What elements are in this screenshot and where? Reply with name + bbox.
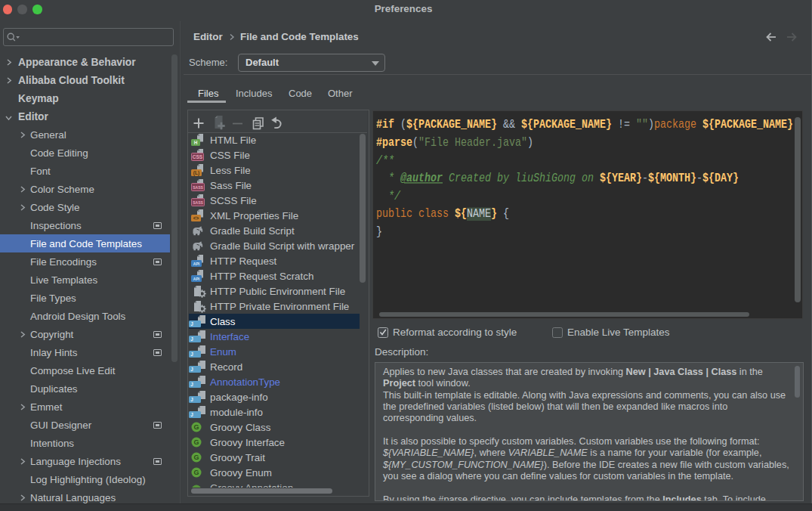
svg-text:G: G xyxy=(193,423,199,431)
svg-text:G: G xyxy=(193,469,199,476)
svg-text:G: G xyxy=(193,454,199,461)
svg-text:G: G xyxy=(193,438,199,446)
